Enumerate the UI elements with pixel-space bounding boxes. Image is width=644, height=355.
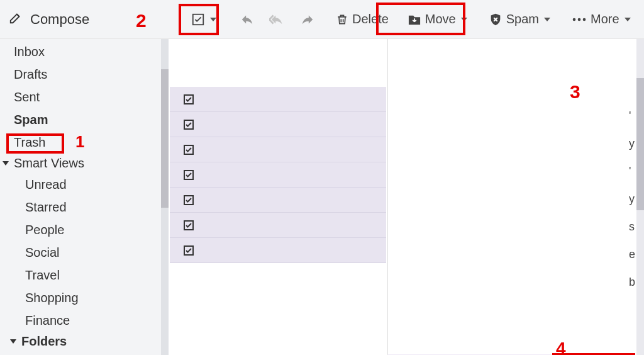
message-row[interactable]	[170, 162, 386, 188]
sidebar-item-label: Starred	[25, 200, 67, 214]
sidebar-item-label: Inbox	[14, 45, 45, 59]
reply-icon	[240, 13, 254, 26]
preview-edge-char: '	[629, 102, 635, 130]
app-root: Compose	[0, 0, 644, 355]
forward-icon	[301, 13, 314, 26]
message-list	[170, 87, 386, 263]
preview-edge-char: e	[629, 240, 635, 268]
sidebar-section-folders[interactable]: Folders	[0, 332, 169, 351]
sidebar-item-people[interactable]: People	[0, 218, 169, 241]
sidebar-item-social[interactable]: Social	[0, 241, 169, 264]
more-label: More	[591, 12, 619, 26]
sidebar-item-label: Trash	[14, 135, 45, 149]
preview-edge-char: y	[629, 185, 635, 213]
sidebar-item-label: Spam	[14, 113, 48, 127]
message-checkbox[interactable]	[184, 145, 194, 155]
preview-scrollbar-thumb[interactable]	[636, 78, 644, 210]
compose-label: Compose	[30, 11, 89, 28]
sidebar-item-finance[interactable]: Finance	[0, 309, 169, 332]
message-row[interactable]	[170, 87, 386, 112]
preview-edge-char: s	[629, 213, 635, 240]
annotation-box-2	[179, 4, 219, 35]
message-checkbox[interactable]	[184, 195, 194, 205]
trash-icon	[336, 13, 348, 26]
chevron-down-icon	[3, 161, 9, 166]
forward-button[interactable]	[294, 6, 321, 33]
sidebar-item-label: Shopping	[25, 291, 79, 305]
sidebar-section-smartviews[interactable]: Smart Views	[0, 154, 169, 173]
sidebar-item-spam[interactable]: Spam	[0, 108, 169, 131]
sidebar-section-label: Smart Views	[14, 156, 84, 171]
sidebar-item-label: Sent	[14, 90, 40, 104]
sidebar-section-label: Folders	[21, 334, 67, 349]
main-area: Inbox D then 0 3 4 'y'yseb	[169, 39, 644, 355]
sidebar-item-inbox[interactable]: Inbox	[0, 40, 169, 63]
message-row[interactable]	[170, 112, 386, 137]
message-checkbox[interactable]	[184, 120, 194, 130]
sidebar-item-unread[interactable]: Unread	[0, 173, 169, 196]
svg-point-1	[573, 18, 576, 21]
svg-point-2	[578, 18, 581, 21]
sidebar-item-sent[interactable]: Sent	[0, 86, 169, 108]
message-checkbox[interactable]	[184, 220, 194, 230]
reply-all-icon	[269, 13, 286, 26]
sidebar-item-label: Finance	[25, 313, 70, 327]
message-checkbox[interactable]	[184, 170, 194, 180]
chevron-down-icon	[10, 339, 16, 344]
compose-button[interactable]: Compose	[4, 0, 169, 38]
body: Inbox Drafts Sent Spam Trash Smart Views…	[0, 39, 644, 355]
spam-label: Spam	[506, 12, 539, 26]
sidebar-item-drafts[interactable]: Drafts	[0, 63, 169, 86]
message-row[interactable]	[170, 188, 386, 213]
sidebar-item-label: People	[25, 223, 64, 237]
shield-x-icon	[489, 13, 502, 26]
toolbar: Compose	[0, 0, 644, 39]
spam-button[interactable]: Spam	[482, 6, 557, 33]
svg-point-3	[583, 18, 586, 21]
annotation-box-3	[376, 3, 465, 35]
sidebar-item-travel[interactable]: Travel	[0, 264, 169, 286]
sidebar-scrollbar-thumb[interactable]	[161, 69, 169, 208]
compose-icon	[9, 11, 23, 28]
more-button[interactable]: More	[565, 6, 637, 33]
message-row[interactable]	[170, 137, 386, 162]
message-row[interactable]	[170, 238, 386, 263]
preview-edge-char: y	[629, 130, 635, 157]
sidebar-item-label: Drafts	[14, 67, 47, 81]
sidebar-item-trash[interactable]: Trash	[0, 131, 169, 154]
reply-all-button[interactable]	[263, 6, 292, 33]
reply-button[interactable]	[234, 6, 260, 33]
sidebar-item-starred[interactable]: Starred	[0, 196, 169, 218]
sidebar: Inbox Drafts Sent Spam Trash Smart Views…	[0, 39, 169, 355]
preview-edge-char: b	[629, 268, 635, 296]
chevron-down-icon	[544, 18, 550, 21]
sidebar-item-label: Unread	[25, 178, 67, 191]
sidebar-item-label: Travel	[25, 268, 60, 282]
preview-edge-char: '	[629, 157, 635, 185]
move-dropdown-panel: Inbox	[387, 39, 620, 355]
message-row[interactable]	[170, 213, 386, 238]
preview-edge-text: 'y'yseb	[629, 102, 635, 296]
sidebar-item-label: Social	[25, 245, 59, 259]
chevron-down-icon	[625, 18, 631, 21]
more-dots-icon	[572, 16, 587, 23]
message-checkbox[interactable]	[184, 94, 194, 104]
sidebar-item-shopping[interactable]: Shopping	[0, 286, 169, 309]
message-checkbox[interactable]	[184, 245, 194, 256]
